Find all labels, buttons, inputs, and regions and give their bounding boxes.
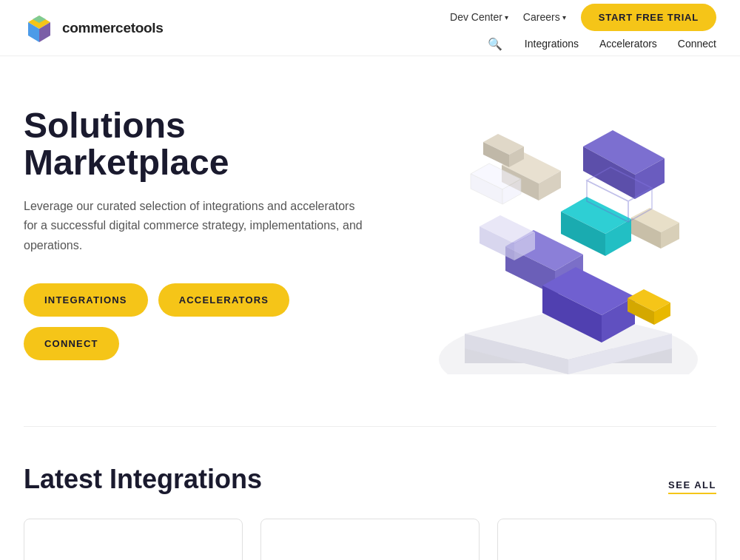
see-all-link[interactable]: SEE ALL [668,479,716,494]
top-nav: Dev Center ▾ Careers ▾ START FREE TRIAL [450,4,716,31]
card-acquia: Acquia [260,519,480,560]
logo-icon [24,13,55,44]
chevron-down-icon: ▾ [505,13,508,21]
bottom-nav: 🔍 Integrations Accelerators Connect [486,36,716,53]
connect-button[interactable]: CONNECT [24,327,119,360]
logo-text: commercetools [62,20,164,36]
hero-title: Solutions Marketplace [24,107,394,182]
integrations-button[interactable]: INTEGRATIONS [24,283,148,317]
latest-title: Latest Integrations [24,464,262,495]
logo-area: commercetools [24,0,164,55]
search-icon: 🔍 [488,38,502,50]
latest-header: Latest Integrations SEE ALL [24,464,716,495]
card-adven: adven [497,519,716,560]
nav-accelerators[interactable]: Accelerators [599,38,657,50]
card-manytools-7learnings: manytools™ 7 Learnings [24,519,243,560]
nav-connect[interactable]: Connect [678,38,716,50]
hero-buttons: INTEGRATIONS ACCELERATORS CONNECT [24,283,394,360]
start-free-trial-button[interactable]: START FREE TRIAL [581,4,716,31]
header: commercetools Dev Center ▾ Careers ▾ STA… [0,0,740,56]
hero-section: Solutions Marketplace Leverage our curat… [0,56,740,426]
cards-grid: manytools™ 7 Learnings Acquia adven [24,519,716,560]
hero-illustration [406,93,716,374]
nav-integrations[interactable]: Integrations [525,38,579,50]
isometric-blocks-illustration [406,93,716,374]
search-button[interactable]: 🔍 [486,36,504,53]
latest-integrations-section: Latest Integrations SEE ALL manytools™ 7… [0,427,740,560]
hero-description: Leverage our curated selection of integr… [24,197,364,255]
nav-careers[interactable]: Careers ▾ [523,11,566,23]
chevron-down-icon: ▾ [562,13,566,21]
hero-content: Solutions Marketplace Leverage our curat… [24,107,394,360]
header-right: Dev Center ▾ Careers ▾ START FREE TRIAL … [450,0,716,55]
accelerators-button[interactable]: ACCELERATORS [158,283,290,317]
nav-dev-center[interactable]: Dev Center ▾ [450,11,508,23]
